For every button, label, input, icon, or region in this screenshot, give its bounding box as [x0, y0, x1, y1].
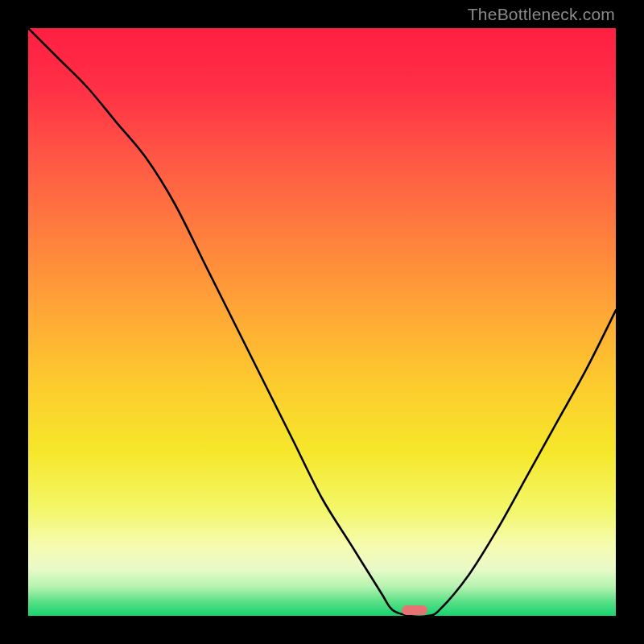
optimum-marker — [402, 605, 427, 615]
watermark-text: TheBottleneck.com — [468, 5, 615, 24]
background-gradient — [28, 28, 616, 616]
chart-frame: TheBottleneck.com — [0, 0, 644, 644]
plot-area — [28, 28, 616, 616]
svg-rect-0 — [28, 28, 616, 616]
